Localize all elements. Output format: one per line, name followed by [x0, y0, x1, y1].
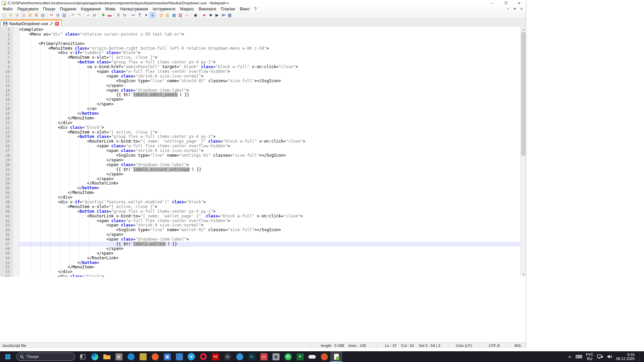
tab-navbardropdown[interactable]: NavbarDropdown.vue ✕	[1, 19, 62, 27]
show-all-chars-icon[interactable]: ¶	[137, 12, 143, 18]
save-macro-icon[interactable]: ▩	[227, 12, 233, 18]
code-editor[interactable]: 1<template>2 <Menu as="div" class="relat…	[0, 27, 526, 277]
replace-icon[interactable]: ⇄	[92, 12, 97, 18]
app-icon-7[interactable]	[149, 351, 161, 362]
app-icon-9[interactable]	[173, 351, 185, 362]
code-line-20: 20 </MenuItem>	[0, 116, 521, 121]
word-wrap-icon[interactable]: ↩	[131, 12, 136, 18]
vertical-scrollbar[interactable]: ▲ ▼	[521, 27, 526, 277]
scrollbar-thumb[interactable]	[521, 32, 526, 156]
sync-horizontal-icon[interactable]: ⇆	[122, 12, 128, 18]
filezilla-icon[interactable]: FZ	[209, 351, 221, 362]
function-list-icon[interactable]: ▤	[165, 12, 170, 18]
menu-item-10[interactable]: Плагіни	[218, 6, 238, 12]
app-icon-15[interactable]: ≋	[246, 351, 258, 362]
volume-icon[interactable]	[607, 354, 612, 359]
code-text: <div v-if="isAdmin" class="block">	[18, 51, 521, 55]
redo-icon[interactable]: ↷	[77, 12, 82, 18]
pin-tab-icon[interactable]	[50, 22, 53, 25]
edge-icon[interactable]	[89, 351, 101, 362]
find-icon[interactable]: ⌕	[85, 12, 91, 18]
menubar-dropdown-button[interactable]: ▼	[512, 7, 518, 11]
app-icon-6[interactable]	[137, 351, 149, 362]
menu-item-1[interactable]: Редагувати	[15, 6, 41, 12]
close-all-icon[interactable]: ⊠	[34, 12, 39, 18]
toolbar: ▢⧉▣▦⊟⊠▤✂⧉▨↶↷⌕⇄✚▬⇅⇆↩¶▾≣▥▤▦▧▭◉●■▶≫▩	[0, 12, 526, 18]
app-icon-14[interactable]	[234, 351, 246, 362]
scroll-down-arrow[interactable]: ▼	[521, 272, 526, 277]
touch-keyboard-icon[interactable]: ⌨	[576, 354, 582, 359]
save-all-icon[interactable]: ▦	[21, 12, 27, 18]
app-icon-21[interactable]	[318, 351, 330, 362]
notepad-plus-plus-icon[interactable]	[330, 351, 342, 362]
taskbar-clock[interactable]: 9:15 08.12.2025	[616, 353, 635, 361]
menu-item-9[interactable]: Виконати	[196, 6, 218, 12]
menu-item-7[interactable]: Інструменти	[150, 6, 178, 12]
app-icon-19[interactable]: ⚑	[294, 351, 306, 362]
new-file-icon[interactable]: ▢	[2, 12, 7, 18]
run-macro-multi-icon[interactable]: ≫	[220, 12, 226, 18]
show-desktop-button[interactable]	[640, 351, 641, 362]
start-button[interactable]	[0, 351, 15, 362]
menu-item-3[interactable]: Подання	[58, 6, 79, 12]
code-line-34: 34 </RouterLink>	[0, 181, 521, 186]
language-indicator[interactable]: РУС RU	[586, 353, 593, 361]
menubar-close-button[interactable]: ✕	[518, 7, 525, 11]
paste-icon[interactable]: ▨	[61, 12, 67, 18]
maximize-button[interactable]: ❒	[499, 0, 512, 6]
status-encoding[interactable]: UTF-8	[479, 343, 509, 348]
open-file-icon[interactable]: ⧉	[8, 12, 14, 18]
status-eol-format[interactable]: Unix (LF)	[449, 343, 479, 348]
taskbar-search-input[interactable]: Пошук	[16, 353, 75, 361]
pdf-icon[interactable]: ▧	[178, 12, 183, 18]
menu-item-2[interactable]: Пошук	[41, 6, 57, 12]
folder-as-workspace-icon[interactable]: ▦	[171, 12, 177, 18]
menu-item-11[interactable]: Вікно	[237, 6, 252, 12]
menu-item-6[interactable]: Налаштування	[118, 6, 150, 12]
menu-item-0[interactable]: Файл	[0, 6, 15, 12]
app-icon-13[interactable]: U	[221, 351, 234, 362]
record-macro-icon[interactable]: ●	[201, 12, 207, 18]
indent-guide-icon[interactable]: ≣	[150, 12, 155, 18]
telegram-icon[interactable]: ➤	[185, 351, 197, 362]
zoom-out-icon[interactable]: ▬	[107, 12, 112, 18]
menu-item-5[interactable]: Мова	[103, 6, 118, 12]
stop-macro-icon[interactable]: ■	[208, 12, 213, 18]
app-icon-20[interactable]	[306, 351, 318, 362]
file-explorer-icon[interactable]	[101, 351, 113, 362]
minimize-button[interactable]: –	[486, 0, 499, 6]
opera-icon[interactable]	[197, 351, 209, 362]
menu-item-4[interactable]: Кодування	[79, 6, 103, 12]
network-icon[interactable]	[597, 354, 603, 359]
close-doc-icon[interactable]: ⊟	[27, 12, 33, 18]
search-icon	[20, 355, 24, 359]
copy-icon[interactable]: ⧉	[55, 12, 61, 18]
menu-item-12[interactable]: ?	[252, 6, 259, 12]
app-icon-17[interactable]: ▣	[270, 351, 282, 362]
fold-cell	[13, 205, 18, 209]
menubar-plus-button[interactable]: +	[505, 7, 511, 11]
zoom-in-icon[interactable]: ✚	[100, 12, 106, 18]
undo-icon[interactable]: ↶	[70, 12, 76, 18]
tab-close-icon[interactable]: ✕	[55, 22, 59, 26]
app-icon-8[interactable]: ▦	[161, 351, 173, 362]
cut-icon[interactable]: ✂	[49, 12, 54, 18]
app-icon-5[interactable]	[125, 351, 137, 362]
task-view-icon[interactable]	[77, 351, 89, 362]
sync-vertical-icon[interactable]: ⇅	[115, 12, 121, 18]
menu-item-8[interactable]: Макрос	[178, 6, 196, 12]
monitoring-icon[interactable]: ◉	[193, 12, 198, 18]
document-map-icon[interactable]: ▥	[158, 12, 164, 18]
print-icon[interactable]: ▤	[40, 12, 46, 18]
scroll-up-arrow[interactable]: ▲	[521, 27, 526, 32]
play-macro-icon[interactable]: ▶	[214, 12, 220, 18]
save-icon[interactable]: ▣	[14, 12, 20, 18]
app-icon-4[interactable]: ▣	[113, 351, 125, 362]
mail-icon[interactable]: ▭	[184, 12, 190, 18]
status-insert-mode[interactable]: INS	[509, 343, 526, 348]
app-icon-16[interactable]: ▭	[258, 351, 270, 362]
close-button[interactable]: ✕	[512, 0, 526, 6]
toolbar-caret-down-icon[interactable]: ▾	[143, 12, 149, 18]
app-icon-18[interactable]: ✆	[282, 351, 294, 362]
tray-chevron-up-icon[interactable]	[568, 355, 572, 358]
